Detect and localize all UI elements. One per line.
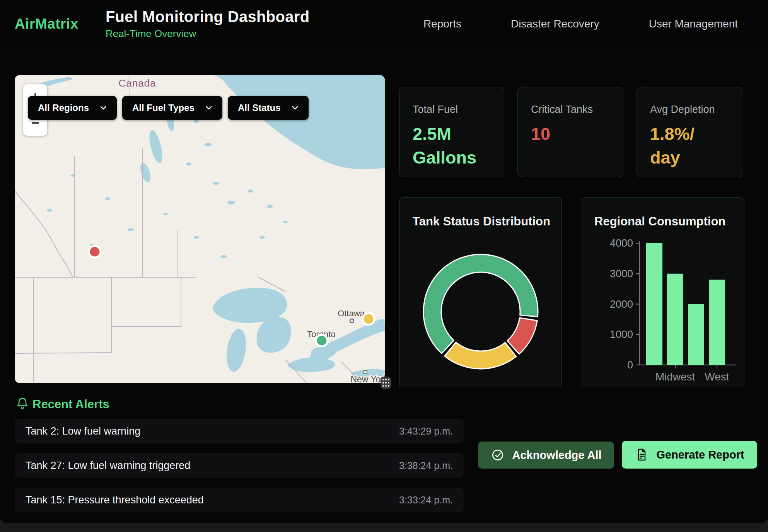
y-tick-label: 0	[627, 359, 633, 371]
donut-chart-card: Tank Status Distribution	[399, 197, 562, 387]
alert-timestamp: 3:38:24 p.m.	[399, 460, 453, 471]
header: AirMatrix Fuel Monitoring Dashboard Real…	[0, 0, 768, 48]
filter-status-select[interactable]: All Status	[228, 96, 309, 120]
alert-message: Tank 2: Low fuel warning	[26, 425, 140, 437]
stat-value-line1: 1.8%/	[650, 123, 727, 146]
alert-row-2[interactable]: Tank 27: Low fuel warning triggered 3:38…	[15, 453, 464, 478]
bell-icon	[15, 396, 30, 411]
donut-segment-warning[interactable]	[445, 342, 516, 369]
generate-report-label: Generate Report	[656, 448, 744, 461]
y-tick-label: 2000	[610, 298, 633, 310]
alert-message: Tank 15: Pressure threshold exceeded	[26, 494, 204, 506]
generate-report-button[interactable]: Generate Report	[622, 441, 757, 469]
stat-label: Avg Depletion	[650, 104, 743, 116]
filter-fuel-types-value: All Fuel Types	[132, 102, 195, 113]
stat-card-avg-depletion: Avg Depletion 1.8%/ day	[637, 87, 743, 177]
filter-regions-value: All Regions	[38, 102, 89, 113]
acknowledge-all-button[interactable]: Acknowledge All	[478, 442, 614, 469]
chevron-down-icon	[99, 104, 108, 112]
document-icon	[635, 448, 649, 462]
map-label-country: Canada	[118, 77, 156, 89]
nav-item-disaster-recovery[interactable]: Disaster Recovery	[511, 18, 599, 30]
stat-value-line1: 10	[531, 123, 608, 146]
nav-item-user-management[interactable]: User Management	[649, 18, 738, 30]
nav-item-reports[interactable]: Reports	[423, 18, 461, 30]
filter-status-value: All Status	[238, 102, 281, 113]
brand-logo: AirMatrix	[15, 16, 79, 32]
regional-consumption-bar-chart: 01000200030004000MidwestWest	[581, 198, 745, 387]
filter-regions-select[interactable]: All Regions	[28, 96, 117, 120]
alert-row-1[interactable]: Tank 2: Low fuel warning 3:43:29 p.m.	[15, 419, 464, 443]
bar-col1[interactable]	[646, 243, 662, 365]
page-subtitle: Real-Time Overview	[106, 28, 309, 40]
stat-value-line1: 2.5M	[413, 123, 490, 146]
dashboard-app: AirMatrix Fuel Monitoring Dashboard Real…	[0, 0, 768, 523]
filter-fuel-types-select[interactable]: All Fuel Types	[122, 96, 222, 120]
map-marker-critical[interactable]	[89, 246, 101, 257]
x-tick-label: West	[705, 371, 729, 383]
alert-timestamp: 3:43:29 p.m.	[399, 426, 453, 437]
stat-card-total-fuel: Total Fuel 2.5M Gallons	[399, 87, 504, 177]
y-tick-label: 1000	[610, 329, 633, 340]
map-canvas[interactable]: Canada Ottawa Toronto New York	[15, 75, 385, 383]
page-title: Fuel Monitoring Dashboard	[106, 8, 309, 26]
check-circle-icon	[491, 448, 505, 462]
title-block: Fuel Monitoring Dashboard Real-Time Over…	[106, 8, 309, 40]
fuel-map[interactable]: Canada Ottawa Toronto New York + − All R…	[15, 75, 385, 383]
chevron-down-icon	[291, 104, 299, 112]
alerts-section-title: Recent Alerts	[32, 397, 109, 411]
map-island	[258, 131, 266, 135]
stat-value-line2: day	[650, 146, 727, 170]
stat-label: Critical Tanks	[531, 104, 623, 116]
map-marker-warning[interactable]	[363, 313, 374, 325]
bar-col3[interactable]	[688, 304, 704, 365]
stat-card-critical-tanks: Critical Tanks 10	[517, 87, 623, 177]
donut-chart-title: Tank Status Distribution	[413, 215, 561, 228]
y-tick-label: 3000	[610, 268, 633, 280]
donut-segment-critical[interactable]	[507, 318, 537, 354]
map-city-dot-newyork	[364, 371, 367, 374]
bar-West[interactable]	[709, 280, 725, 365]
map-filters: All Regions All Fuel Types All Status	[28, 96, 309, 120]
alert-message: Tank 27: Low fuel warning triggered	[26, 460, 190, 472]
stat-value-line2: Gallons	[413, 146, 490, 170]
map-marker-normal[interactable]	[316, 335, 328, 346]
bar-chart-card: Regional Consumption 01000200030004000Mi…	[581, 197, 744, 387]
acknowledge-all-label: Acknowledge All	[512, 449, 602, 462]
alert-timestamp: 3:33:24 p.m.	[399, 494, 453, 506]
chevron-down-icon	[205, 104, 213, 112]
x-tick-label: Midwest	[655, 371, 695, 383]
alert-row-3[interactable]: Tank 15: Pressure threshold exceeded 3:3…	[15, 488, 464, 512]
stat-label: Total Fuel	[413, 104, 504, 116]
bar-Midwest[interactable]	[667, 274, 683, 365]
map-label-ottawa: Ottawa	[338, 309, 365, 318]
map-label-newyork: New York	[350, 374, 385, 383]
tank-status-donut-chart	[399, 232, 562, 386]
map-resize-handle[interactable]	[381, 377, 391, 389]
top-nav: Reports Disaster Recovery User Managemen…	[423, 18, 768, 30]
y-tick-label: 4000	[610, 237, 633, 249]
